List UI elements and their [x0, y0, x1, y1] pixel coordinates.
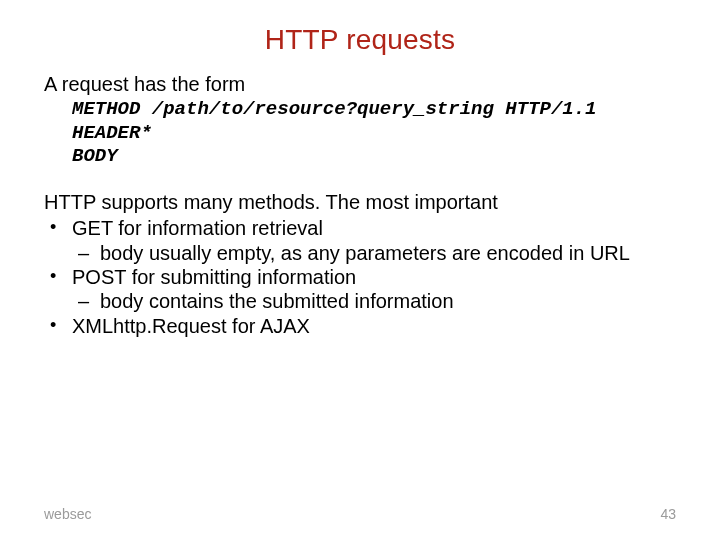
- code-line-2: HEADER*: [72, 122, 152, 144]
- methods-list: GET for information retrieval body usual…: [44, 216, 676, 314]
- bullet-post: POST for submitting information body con…: [44, 265, 676, 314]
- slide-title: HTTP requests: [44, 24, 676, 56]
- footer-left: websec: [44, 506, 91, 522]
- page-number: 43: [660, 506, 676, 522]
- bullet-post-label: POST for submitting information: [72, 266, 356, 288]
- get-sublist: body usually empty, as any parameters ar…: [72, 241, 676, 265]
- post-sub-1: body contains the submitted information: [72, 289, 676, 313]
- intro-line: A request has the form: [44, 72, 676, 96]
- slide: HTTP requests A request has the form MET…: [0, 0, 720, 540]
- bullet-get-label: GET for information retrieval: [72, 217, 323, 239]
- post-sub-1-text: body contains the submitted information: [100, 290, 454, 312]
- bullet-ajax-label: XMLhttp.Request for AJAX: [72, 315, 310, 337]
- slide-body: A request has the form METHOD /path/to/r…: [44, 72, 676, 338]
- request-format-code: METHOD /path/to/resource?query_string HT…: [72, 98, 676, 168]
- code-line-1: METHOD /path/to/resource?query_string HT…: [72, 98, 597, 120]
- ajax-list: XMLhttp.Request for AJAX: [44, 314, 676, 338]
- methods-lead: HTTP supports many methods. The most imp…: [44, 190, 676, 214]
- post-sublist: body contains the submitted information: [72, 289, 676, 313]
- code-line-3: BODY: [72, 145, 118, 167]
- bullet-get: GET for information retrieval body usual…: [44, 216, 676, 265]
- get-sub-1-text: body usually empty, as any parameters ar…: [100, 242, 630, 264]
- bullet-ajax: XMLhttp.Request for AJAX: [44, 314, 676, 338]
- get-sub-1: body usually empty, as any parameters ar…: [72, 241, 676, 265]
